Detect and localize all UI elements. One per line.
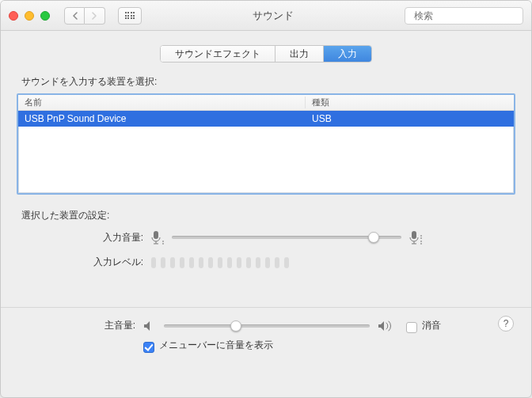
table-row[interactable]: USB PnP Sound Device USB [18,111,514,127]
nav-buttons [64,7,105,25]
device-settings-label: 選択した装置の設定: [21,209,515,222]
main-volume-slider[interactable] [164,320,370,332]
mute-checkbox-wrap[interactable]: 消音 [406,319,441,332]
speaker-low-icon [143,320,156,332]
show-all-prefs-button[interactable] [118,7,142,25]
tab-sound-effects[interactable]: サウンドエフェクト [161,46,276,62]
table-header: 名前 種類 [18,95,514,111]
tab-bar: サウンドエフェクト 出力 入力 [17,45,515,63]
tab-output[interactable]: 出力 [276,46,324,62]
input-level-label: 入力レベル: [17,256,151,269]
content-area: サウンドエフェクト 出力 入力 サウンドを入力する装置を選択: 名前 種類 US… [1,31,531,308]
input-level-row: 入力レベル: [17,256,515,269]
tab-input[interactable]: 入力 [324,46,371,62]
device-select-label: サウンドを入力する装置を選択: [21,75,515,89]
main-volume-label: 主音量: [17,319,143,332]
window-title: サウンド [148,9,398,23]
close-window-button[interactable] [9,11,18,21]
menubar-checkbox[interactable] [143,342,154,353]
col-name[interactable]: 名前 [18,97,306,108]
mute-label: 消音 [422,319,441,332]
minimize-window-button[interactable] [25,11,34,21]
traffic-lights [9,11,50,21]
menubar-row: メニューバーに音量を表示 [17,339,515,352]
zoom-window-button[interactable] [40,11,50,21]
input-level-meter [151,257,289,268]
menubar-label: メニューバーに音量を表示 [159,339,273,352]
search-input[interactable] [414,10,532,21]
back-button[interactable] [64,7,85,25]
footer: 主音量: 消音 [1,308,531,365]
main-volume-row: 主音量: 消音 [17,319,515,332]
menubar-checkbox-wrap[interactable]: メニューバーに音量を表示 [143,339,273,352]
device-kind: USB [306,113,514,124]
speaker-high-icon [378,320,393,332]
chevron-left-icon [72,12,78,20]
sound-prefpane-window: サウンド サウンドエフェクト 出力 入力 サウンドを入力する装置を選択: 名前 … [0,0,532,398]
svg-rect-5 [412,231,416,239]
grid-icon [125,12,135,19]
mute-checkbox[interactable] [406,322,417,333]
forward-button[interactable] [85,7,105,25]
mic-high-icon [409,230,422,244]
input-volume-slider[interactable] [172,231,401,244]
col-kind[interactable]: 種類 [306,97,514,108]
titlebar: サウンド [1,1,531,31]
svg-rect-2 [154,231,158,239]
chevron-right-icon [92,12,97,20]
mic-low-icon [151,230,164,244]
input-volume-row: 入力音量: [17,230,515,244]
device-name: USB PnP Sound Device [18,113,306,124]
input-device-table[interactable]: 名前 種類 USB PnP Sound Device USB [17,93,515,195]
input-volume-label: 入力音量: [17,231,151,244]
help-button[interactable]: ? [498,316,514,332]
search-field[interactable] [405,7,523,25]
